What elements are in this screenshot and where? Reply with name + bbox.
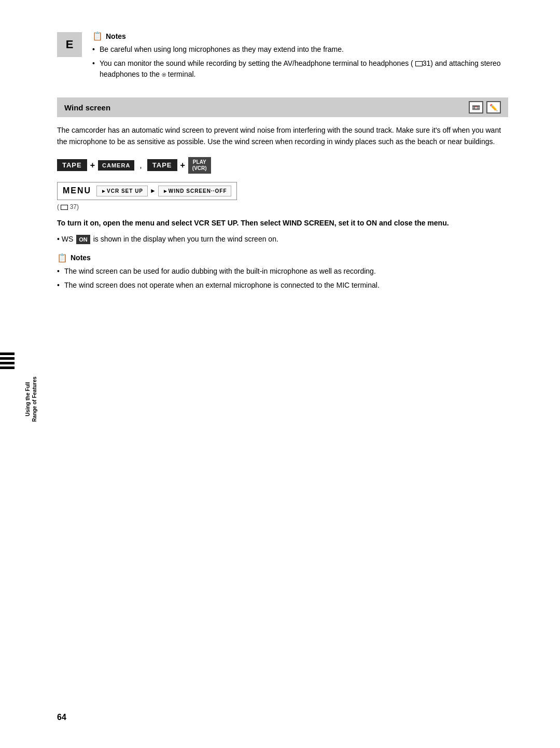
side-label: Using the Full Range of Features [16,352,47,446]
plus-sign-2: + [180,161,185,170]
ws-post: is shown in the display when you turn th… [93,235,278,243]
tape-button-1: TAPE [57,159,87,171]
on-badge: ON [76,235,90,245]
side-bar [0,352,15,369]
plus-sign-1: + [90,161,95,170]
top-notes: 📋 Notes Be careful when using long micro… [92,31,508,83]
ws-on-line: • WS ON is shown in the display when you… [57,234,508,245]
list-item: The wind screen can be used for audio du… [57,266,508,277]
e-box-section: E 📋 Notes Be careful when using long mic… [57,31,508,83]
notes-top-list: Be careful when using long microphones a… [92,44,508,80]
menu-word: MENU [63,186,91,195]
side-label-text: Using the Full Range of Features [24,376,38,421]
edit-icon: ✏️ [489,104,498,111]
menu-diagram-container: MENU ►VCR SET UP ► ►WIND SCREEN··OFF [57,182,508,200]
menu-arrow: ► [150,187,156,194]
menu-item-wind-screen: ►WIND SCREEN··OFF [158,186,232,196]
mode-buttons-row: TAPE + CAMERA , TAPE + PLAY (VCR) [57,157,508,174]
wind-screen-title: Wind screen [64,103,110,112]
e-label: E [57,32,82,57]
notes-bottom-icon: 📋 [57,253,67,263]
list-item: The wind screen does not operate when an… [57,280,508,291]
page: E 📋 Notes Be careful when using long mic… [0,0,560,748]
ws-pre: • WS [57,235,75,243]
header-icons: 📼 ✏️ [469,101,501,114]
wind-screen-header: Wind screen 📼 ✏️ [57,97,508,117]
tape-icon-box: 📼 [469,101,483,114]
edit-icon-box: ✏️ [486,101,501,114]
bold-instruction: To turn it on, open the menu and select … [57,218,508,229]
list-item: You can monitor the sound while recordin… [92,58,508,80]
list-item: Be careful when using long microphones a… [92,44,508,55]
play-vcr-button: PLAY (VCR) [188,157,211,174]
side-bar-line [0,357,15,360]
wind-screen-body: The camcorder has an automatic wind scre… [57,124,508,148]
comma-separator: , [139,161,142,170]
notes-bottom-list: The wind screen can be used for audio du… [57,266,508,291]
notes-bottom-title: 📋 Notes [57,253,508,263]
menu-ref: ( 37) [57,203,508,210]
page-number: 64 [57,713,66,722]
notes-icon: 📋 [92,31,103,41]
side-bar-line [0,362,15,364]
notes-top-title: 📋 Notes [92,31,508,41]
menu-item-vcr-setup: ►VCR SET UP [96,186,148,196]
side-bar-line [0,352,15,355]
camera-button: CAMERA [98,160,134,171]
tape-button-2: TAPE [147,159,177,171]
bottom-notes: 📋 Notes The wind screen can be used for … [57,253,508,291]
side-bar-line [0,366,15,369]
tape-icon: 📼 [472,104,480,111]
menu-diagram: MENU ►VCR SET UP ► ►WIND SCREEN··OFF [57,182,237,200]
